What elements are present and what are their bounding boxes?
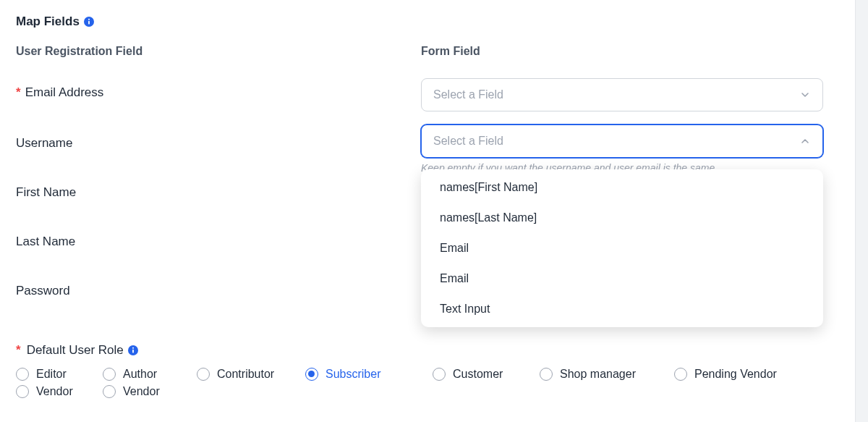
field-label-row: First Name: [16, 177, 421, 226]
columns: User Registration Field * Email Address …: [16, 45, 852, 327]
role-radio-subscriber[interactable]: Subscriber: [305, 368, 433, 381]
select-row: Select a Field: [421, 78, 830, 125]
scrollbar-track[interactable]: [855, 0, 868, 422]
right-column: Form Field Select a Field Select a Field: [421, 45, 852, 327]
radio-icon: [197, 368, 210, 381]
dropdown-item[interactable]: Text Input: [421, 294, 823, 324]
role-radio-vendor[interactable]: Vendor: [16, 385, 103, 398]
field-label-username: Username: [16, 136, 72, 151]
left-column-header: User Registration Field: [16, 45, 421, 58]
right-block: Select a Field Select a Field Keep: [421, 78, 830, 327]
radio-icon: [16, 368, 29, 381]
info-icon[interactable]: [128, 345, 138, 355]
dropdown-item[interactable]: names[Last Name]: [421, 203, 823, 233]
required-mark: *: [16, 85, 21, 100]
default-user-role-section: * Default User Role Editor Author Contri…: [16, 343, 852, 398]
radio-icon: [16, 385, 29, 398]
section-title-row: Map Fields: [16, 14, 852, 29]
role-radio-editor[interactable]: Editor: [16, 368, 103, 381]
role-radio-contributor[interactable]: Contributor: [197, 368, 305, 381]
dropdown-item[interactable]: Email: [421, 263, 823, 294]
left-column: User Registration Field * Email Address …: [16, 45, 421, 327]
chevron-down-icon: [799, 89, 811, 101]
field-label-row: * Email Address: [16, 78, 421, 127]
field-label-row: Last Name: [16, 226, 421, 275]
section-title: Map Fields: [16, 14, 80, 29]
role-radio-customer[interactable]: Customer: [433, 368, 540, 381]
role-radio-author[interactable]: Author: [103, 368, 197, 381]
required-mark: *: [16, 343, 21, 358]
select-email-field[interactable]: Select a Field: [421, 78, 823, 111]
select-placeholder: Select a Field: [433, 88, 503, 101]
chevron-up-icon: [799, 135, 811, 147]
field-label-email: * Email Address: [16, 85, 103, 100]
svg-point-5: [132, 347, 134, 349]
field-label-firstname: First Name: [16, 185, 76, 200]
right-column-header: Form Field: [421, 45, 830, 58]
radio-icon: [540, 368, 553, 381]
select-placeholder: Select a Field: [433, 135, 503, 148]
field-label-row: Password: [16, 275, 421, 324]
svg-rect-4: [132, 350, 134, 353]
dropdown-item[interactable]: Email: [421, 233, 823, 263]
role-radio-shop-manager[interactable]: Shop manager: [540, 368, 674, 381]
role-radio-pending-vendor[interactable]: Pending Vendor: [674, 368, 819, 381]
select-username-field[interactable]: Select a Field: [421, 125, 823, 158]
info-icon[interactable]: [84, 17, 94, 27]
radio-icon: [103, 368, 116, 381]
role-grid: Editor Author Contributor Subscriber Cus…: [16, 368, 852, 398]
field-dropdown: names[First Name] names[Last Name] Email…: [421, 169, 823, 327]
radio-icon: [433, 368, 446, 381]
radio-icon: [305, 368, 318, 381]
dropdown-item[interactable]: names[First Name]: [421, 172, 823, 203]
field-label-password: Password: [16, 284, 70, 298]
svg-rect-1: [88, 21, 90, 25]
role-radio-vendor[interactable]: Vendor: [103, 385, 197, 398]
map-fields-panel: Map Fields User Registration Field * Ema…: [0, 0, 868, 422]
field-label-row: Username: [16, 127, 421, 177]
radio-icon: [103, 385, 116, 398]
field-label-lastname: Last Name: [16, 235, 75, 249]
radio-icon: [674, 368, 687, 381]
role-section-title: * Default User Role: [16, 343, 852, 358]
svg-point-2: [88, 19, 90, 20]
